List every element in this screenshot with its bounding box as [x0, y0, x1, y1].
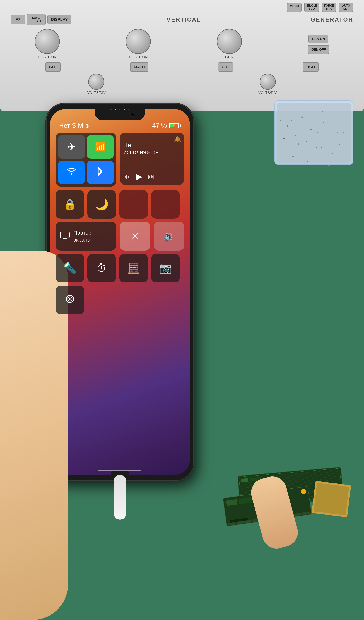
- timer-tile[interactable]: ⏱: [87, 254, 116, 282]
- hotspot-tile[interactable]: 📶: [87, 135, 114, 159]
- svg-point-0: [71, 174, 72, 175]
- music-next-icon[interactable]: ⏭: [148, 172, 155, 180]
- osc-gen-knob[interactable]: [217, 29, 242, 54]
- lightning-port: [111, 471, 129, 475]
- music-tile[interactable]: 🔔 Не исполняется ⏮ ▶ ⏭: [120, 133, 184, 185]
- osc-voltsdiv2-label: VOLTS/DIV: [258, 91, 277, 95]
- music-prev-icon[interactable]: ⏮: [123, 172, 130, 180]
- osc-voltsdiv1-knob[interactable]: [88, 74, 104, 90]
- cc-row-4: 🔦 ⏱ 🧮 📷: [56, 254, 184, 282]
- camera-tile[interactable]: 📷: [151, 254, 180, 282]
- cc-row-3: Повторэкрана ☀ 🔉: [56, 222, 184, 250]
- screen-mirror-icon: [60, 231, 70, 242]
- connectivity-block: ✈ 📶: [56, 133, 116, 187]
- osc-display-btn[interactable]: DISPLAY: [47, 15, 71, 24]
- osc-voltsdiv2-knob[interactable]: [260, 74, 276, 90]
- osc-position1-knob[interactable]: [35, 29, 60, 54]
- battery-icon: ⚡: [169, 123, 181, 128]
- osc-single-seq-btn[interactable]: SINGLESEQ: [304, 3, 319, 12]
- iphone-notch: [95, 109, 145, 120]
- red-tile-2[interactable]: [151, 190, 180, 219]
- bluetooth-icon: [97, 167, 103, 178]
- camera-icon: 📷: [159, 262, 172, 274]
- oscilloscope: MENU SINGLESEQ FORCETRIG AUTOSET F7 SAVE…: [0, 0, 364, 111]
- osc-vertical-label: VERTICAL: [167, 16, 201, 23]
- osc-gen-label: GEN: [225, 55, 234, 60]
- osc-voltsdiv1-label: VOLTS/DIV: [87, 91, 106, 95]
- home-indicator: [99, 470, 141, 471]
- osc-position1-label: POSITION: [38, 55, 57, 60]
- osc-gen-off-btn[interactable]: GEN OFF: [308, 45, 329, 54]
- brightness-tile[interactable]: ☀: [120, 222, 150, 250]
- music-title: Не исполняется: [123, 141, 181, 155]
- osc-generator-label: GENERATOR: [311, 16, 353, 23]
- iphone: Нет SIM ⊕ 47 % ⚡: [46, 104, 193, 480]
- volume-icon: 🔉: [163, 231, 175, 242]
- music-controls: ⏮ ▶ ⏭: [123, 171, 181, 181]
- brightness-icon: ☀: [131, 231, 139, 242]
- scattered-screws: [265, 111, 351, 179]
- airplane-icon: ✈: [67, 141, 76, 153]
- bluetooth-tile[interactable]: [87, 161, 114, 184]
- cc-row-2: 🔒 🌙: [56, 190, 184, 219]
- nfc-tile[interactable]: [56, 286, 84, 314]
- flashlight-tile[interactable]: 🔦: [56, 254, 84, 282]
- cc-row-1: ✈ 📶: [56, 133, 184, 187]
- wifi-tile[interactable]: [58, 161, 85, 184]
- screen-rotation-tile[interactable]: 🔒: [56, 190, 84, 219]
- music-bell-icon: 🔔: [174, 136, 181, 143]
- hotspot-icon: 📶: [95, 142, 106, 152]
- flashlight-icon: 🔦: [63, 262, 77, 275]
- airplane-tile[interactable]: ✈: [58, 135, 85, 159]
- screen-mirror-label: Повторэкрана: [73, 229, 91, 243]
- control-center: ✈ 📶: [56, 133, 184, 457]
- svg-rect-1: [60, 232, 69, 238]
- screen-mirror-tile[interactable]: Повторэкрана: [56, 222, 116, 250]
- carrier-label: Нет SIM ⊕: [59, 122, 89, 129]
- nfc-icon: [65, 294, 75, 306]
- osc-position2-knob[interactable]: [126, 29, 151, 54]
- calculator-tile[interactable]: 🧮: [119, 254, 148, 282]
- osc-auto-set-btn[interactable]: AUTOSET: [339, 3, 353, 12]
- calculator-icon: 🧮: [127, 262, 140, 274]
- status-bar: Нет SIM ⊕ 47 % ⚡: [59, 122, 181, 129]
- volume-tile[interactable]: 🔉: [154, 222, 184, 250]
- osc-dso-btn[interactable]: DSO: [303, 62, 319, 72]
- cc-row-5: [56, 286, 184, 314]
- music-play-icon[interactable]: ▶: [136, 171, 142, 181]
- osc-f7-btn[interactable]: F7: [11, 15, 25, 24]
- osc-math-btn[interactable]: MATH: [130, 62, 148, 72]
- red-tile-1[interactable]: [119, 190, 148, 219]
- timer-icon: ⏱: [97, 262, 107, 274]
- osc-ch1-btn[interactable]: CH1: [45, 62, 60, 72]
- iphone-body: Нет SIM ⊕ 47 % ⚡: [46, 104, 193, 480]
- dnd-tile[interactable]: 🌙: [87, 190, 116, 219]
- osc-gen-on-btn[interactable]: GEN ON: [308, 35, 328, 43]
- screen-rotation-icon: 🔒: [63, 198, 76, 210]
- dnd-icon: 🌙: [95, 198, 109, 211]
- wifi-icon: [67, 167, 76, 178]
- osc-force-trig-btn[interactable]: FORCETRIG: [322, 3, 336, 12]
- battery-percent: 47 %: [152, 122, 167, 129]
- lightning-cable: [114, 475, 126, 520]
- osc-ch2-btn[interactable]: CH2: [218, 62, 233, 72]
- iphone-screen: Нет SIM ⊕ 47 % ⚡: [50, 109, 190, 475]
- osc-save-recall-btn[interactable]: SAVE/RECALL: [27, 14, 46, 25]
- osc-menu-btn[interactable]: MENU: [287, 3, 302, 12]
- status-right: 47 % ⚡: [152, 122, 181, 129]
- svg-point-4: [69, 298, 71, 300]
- osc-position2-label: POSITION: [129, 55, 148, 60]
